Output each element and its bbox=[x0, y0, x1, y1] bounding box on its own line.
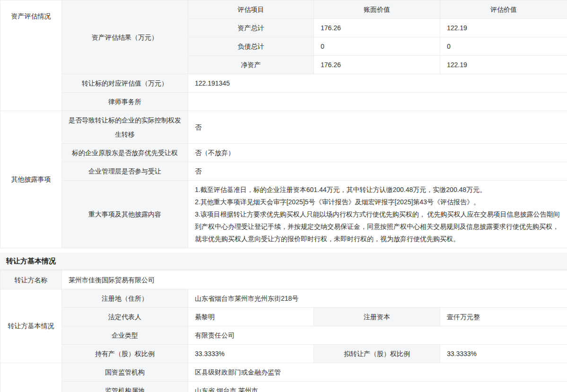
transferor-name-label: 转让方名称 bbox=[0, 270, 62, 289]
regulator-location-label: 监管机构属地 bbox=[62, 382, 188, 392]
section-label-transferor-basic-info: 转让方基本情况 bbox=[0, 289, 62, 363]
target-eval-value: 122.191345 bbox=[188, 74, 567, 93]
state-regulator-label: 国资监管机构 bbox=[62, 363, 188, 382]
row-label-net-assets: 净资产 bbox=[188, 56, 314, 74]
table-row: 重大事项及其他披露内容 1.截至评估基准日，标的企业注册资本601.44万元，其… bbox=[0, 181, 567, 248]
table-row: 企业类型 有限责任公司 bbox=[0, 326, 567, 345]
table-row: 产权转让行为 批准情况 国资监管机构 区县级财政部门或金融办监管 bbox=[0, 363, 567, 382]
asset-result-label: 资产评估结果（万元） bbox=[62, 0, 188, 74]
preemptive-right-waiver-label: 标的企业原股东是否放弃优先受让权 bbox=[62, 144, 188, 162]
major-matters-content: 1.截至评估基准日，标的企业注册资本601.44万元，其中转让方认缴200.48… bbox=[188, 181, 567, 248]
table-row: 其他披露事项 是否导致转让标的企业的实际控制权发生转移 否 bbox=[0, 111, 567, 144]
column-header-eval-item: 评估项目 bbox=[188, 0, 314, 19]
holding-ratio-label: 持有产（股）权比例 bbox=[62, 345, 188, 363]
transfer-ratio-value: 33.3333% bbox=[440, 345, 567, 363]
major-matters-line-3: 3.该项目根据转让方要求优先购买权人只能以场内行权方式行使优先购买权的， 优先购… bbox=[195, 208, 560, 245]
major-matters-line-1: 1.截至评估基准日，标的企业注册资本601.44万元，其中转让方认缴200.48… bbox=[195, 183, 560, 196]
company-type-label: 企业类型 bbox=[62, 326, 188, 345]
target-eval-label: 转让标的对应评估值（万元） bbox=[62, 74, 188, 93]
registered-address-value: 山东省烟台市莱州市光州东街218号 bbox=[188, 289, 567, 308]
registered-address-label: 注册地（住所） bbox=[62, 289, 188, 308]
total-assets-book-value: 176.26 bbox=[314, 19, 440, 37]
section-divider bbox=[0, 248, 567, 253]
table-row: 转让方基本情况 注册地（住所） 山东省烟台市莱州市光州东街218号 bbox=[0, 289, 567, 308]
legal-representative-label: 法定代表人 bbox=[62, 308, 188, 326]
section-header-title: 转让方基本情况 bbox=[6, 257, 56, 266]
regulator-location-value: 山东省 烟台市 莱州市 bbox=[188, 382, 567, 392]
total-liabilities-eval-value: 0 bbox=[440, 37, 567, 56]
control-transfer-value: 否 bbox=[188, 111, 567, 144]
net-assets-eval-value: 122.19 bbox=[440, 56, 567, 74]
holding-ratio-value: 33.3333% bbox=[188, 345, 314, 363]
control-transfer-label: 是否导致转让标的企业的实际控制权发生转移 bbox=[62, 111, 188, 144]
column-header-book-value: 账面价值 bbox=[314, 0, 440, 19]
management-participation-label: 企业管理层是否参与受让 bbox=[62, 162, 188, 181]
total-liabilities-book-value: 0 bbox=[314, 37, 440, 56]
transferor-info-table: 转让方名称 莱州市佳衡国际贸易有限公司 转让方基本情况 注册地（住所） 山东省烟… bbox=[0, 270, 567, 392]
table-row: 转让方名称 莱州市佳衡国际贸易有限公司 bbox=[0, 270, 567, 289]
table-row: 律师事务所 bbox=[0, 93, 567, 111]
section-header-transferor-basic-info: 转让方基本情况 bbox=[0, 253, 567, 270]
preemptive-right-waiver-value: 否（不放弃） bbox=[188, 144, 567, 162]
legal-representative-value: 綦黎明 bbox=[188, 308, 314, 326]
net-assets-book-value: 176.26 bbox=[314, 56, 440, 74]
major-matters-label: 重大事项及其他披露内容 bbox=[62, 181, 188, 248]
registered-capital-value: 壹仟万元整 bbox=[440, 308, 567, 326]
law-firm-value bbox=[188, 93, 567, 111]
row-label-total-assets: 资产总计 bbox=[188, 19, 314, 37]
state-regulator-value: 区县级财政部门或金融办监管 bbox=[188, 363, 567, 382]
table-row: 监管机构属地 山东省 烟台市 莱州市 bbox=[0, 382, 567, 392]
section-label-transfer-approval: 产权转让行为 批准情况 bbox=[0, 363, 62, 392]
transferor-name-value: 莱州市佳衡国际贸易有限公司 bbox=[62, 270, 567, 289]
row-label-total-liabilities: 负债总计 bbox=[188, 37, 314, 56]
registered-capital-label: 注册资本 bbox=[314, 308, 440, 326]
management-participation-value: 否 bbox=[188, 162, 567, 181]
asset-evaluation-table: 资产评估情况 资产评估结果（万元） 评估项目 账面价值 评估价值 资产总计 17… bbox=[0, 0, 567, 248]
table-row: 转让标的对应评估值（万元） 122.191345 bbox=[0, 74, 567, 93]
column-header-eval-value: 评估价值 bbox=[440, 0, 567, 19]
table-row: 标的企业原股东是否放弃优先受让权 否（不放弃） bbox=[0, 144, 567, 162]
transfer-ratio-label: 拟转让产（股）权比例 bbox=[314, 345, 440, 363]
table-row: 持有产（股）权比例 33.3333% 拟转让产（股）权比例 33.3333% bbox=[0, 345, 567, 363]
company-type-value: 有限责任公司 bbox=[188, 326, 567, 345]
total-assets-eval-value: 122.19 bbox=[440, 19, 567, 37]
section-label-other-disclosure: 其他披露事项 bbox=[0, 111, 62, 248]
section-label-asset-evaluation: 资产评估情况 bbox=[0, 0, 62, 111]
major-matters-line-2: 2.其他重大事项详见烟天会审字[2025]5号《审计报告》及烟宏评报字[2025… bbox=[195, 196, 560, 208]
table-row: 法定代表人 綦黎明 注册资本 壹仟万元整 bbox=[0, 308, 567, 326]
law-firm-label: 律师事务所 bbox=[62, 93, 188, 111]
table-row: 企业管理层是否参与受让 否 bbox=[0, 162, 567, 181]
